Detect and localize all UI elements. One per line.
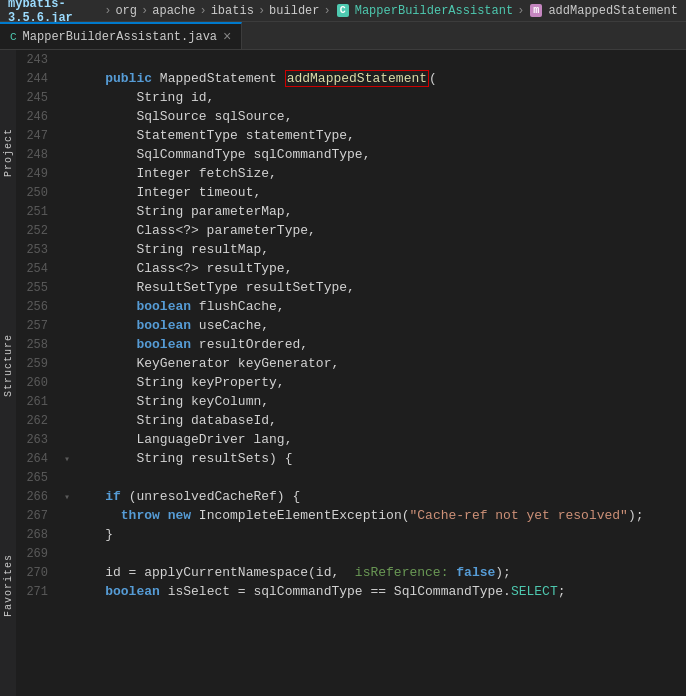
fold-indicator[interactable]: [60, 69, 74, 88]
code-line: 256 boolean flushCache,: [16, 297, 686, 316]
line-content: SqlSource sqlSource,: [74, 107, 686, 126]
fold-indicator[interactable]: [60, 563, 74, 582]
line-number: 256: [16, 297, 60, 316]
fold-indicator[interactable]: [60, 582, 74, 601]
fold-indicator[interactable]: ▾: [60, 487, 74, 506]
fold-indicator[interactable]: [60, 373, 74, 392]
file-tab[interactable]: C MapperBuilderAssistant.java ×: [0, 22, 242, 49]
breadcrumb-ibatis: ibatis: [211, 4, 254, 18]
fold-indicator[interactable]: [60, 50, 74, 69]
line-number: 247: [16, 126, 60, 145]
code-line: 251 String parameterMap,: [16, 202, 686, 221]
method-icon: m: [530, 4, 542, 17]
fold-indicator[interactable]: [60, 145, 74, 164]
code-line: 250 Integer timeout,: [16, 183, 686, 202]
code-line: 248 SqlCommandType sqlCommandType,: [16, 145, 686, 164]
line-content: ResultSetType resultSetType,: [74, 278, 686, 297]
tab-file-icon: C: [10, 31, 17, 43]
line-content: Integer fetchSize,: [74, 164, 686, 183]
fold-indicator[interactable]: [60, 107, 74, 126]
breadcrumb-method[interactable]: addMappedStatement: [548, 4, 678, 18]
line-content: StatementType statementType,: [74, 126, 686, 145]
fold-indicator[interactable]: ▾: [60, 449, 74, 468]
line-number: 269: [16, 544, 60, 563]
breadcrumb-class[interactable]: MapperBuilderAssistant: [355, 4, 513, 18]
code-line: 263 LanguageDriver lang,: [16, 430, 686, 449]
code-line: 243: [16, 50, 686, 69]
code-line: 252 Class<?> parameterType,: [16, 221, 686, 240]
line-content: }: [74, 525, 686, 544]
fold-indicator[interactable]: [60, 544, 74, 563]
code-line: 267 throw new IncompleteElementException…: [16, 506, 686, 525]
code-line: 262 String databaseId,: [16, 411, 686, 430]
jar-label: mybatis-3.5.6.jar: [8, 0, 100, 25]
code-line: 271 boolean isSelect = sqlCommandType ==…: [16, 582, 686, 601]
fold-indicator[interactable]: [60, 468, 74, 487]
fold-indicator[interactable]: [60, 126, 74, 145]
breadcrumb-builder: builder: [269, 4, 319, 18]
line-content: String resultSets) {: [74, 449, 686, 468]
line-number: 258: [16, 335, 60, 354]
line-number: 251: [16, 202, 60, 221]
line-content: [74, 544, 686, 563]
code-line: 253 String resultMap,: [16, 240, 686, 259]
code-line: 266▾ if (unresolvedCacheRef) {: [16, 487, 686, 506]
line-content: boolean flushCache,: [74, 297, 686, 316]
code-line: 246 SqlSource sqlSource,: [16, 107, 686, 126]
fold-indicator[interactable]: [60, 430, 74, 449]
code-line: 255 ResultSetType resultSetType,: [16, 278, 686, 297]
fold-indicator[interactable]: [60, 278, 74, 297]
line-number: 253: [16, 240, 60, 259]
line-content: String id,: [74, 88, 686, 107]
line-content: public MappedStatement addMappedStatemen…: [74, 69, 686, 88]
line-content: id = applyCurrentNamespace(id, isReferen…: [74, 563, 686, 582]
line-content: Integer timeout,: [74, 183, 686, 202]
code-line: 257 boolean useCache,: [16, 316, 686, 335]
line-content: boolean isSelect = sqlCommandType == Sql…: [74, 582, 686, 601]
fold-indicator[interactable]: [60, 183, 74, 202]
left-sidebar: Project Structure Favorites: [0, 50, 16, 696]
line-number: 259: [16, 354, 60, 373]
fold-indicator[interactable]: [60, 506, 74, 525]
line-number: 261: [16, 392, 60, 411]
code-line: 269: [16, 544, 686, 563]
line-number: 265: [16, 468, 60, 487]
fold-indicator[interactable]: [60, 240, 74, 259]
sep5: ›: [324, 4, 331, 18]
fold-indicator[interactable]: [60, 164, 74, 183]
project-label[interactable]: Project: [3, 128, 14, 177]
line-number: 257: [16, 316, 60, 335]
line-content: String databaseId,: [74, 411, 686, 430]
fold-indicator[interactable]: [60, 525, 74, 544]
code-line: 265: [16, 468, 686, 487]
fold-indicator[interactable]: [60, 297, 74, 316]
fold-indicator[interactable]: [60, 221, 74, 240]
sep2: ›: [141, 4, 148, 18]
tab-close-icon[interactable]: ×: [223, 30, 231, 44]
fold-indicator[interactable]: [60, 88, 74, 107]
fold-indicator[interactable]: [60, 392, 74, 411]
breadcrumb-apache: apache: [152, 4, 195, 18]
fold-indicator[interactable]: [60, 316, 74, 335]
structure-label-left[interactable]: Structure: [3, 334, 14, 397]
line-number: 266: [16, 487, 60, 506]
fold-indicator[interactable]: [60, 411, 74, 430]
code-line: 244 public MappedStatement addMappedStat…: [16, 69, 686, 88]
line-content: Class<?> parameterType,: [74, 221, 686, 240]
breadcrumb-org: org: [115, 4, 137, 18]
line-number: 254: [16, 259, 60, 278]
line-number: 244: [16, 69, 60, 88]
fold-indicator[interactable]: [60, 259, 74, 278]
line-number: 255: [16, 278, 60, 297]
line-content: LanguageDriver lang,: [74, 430, 686, 449]
line-content: String keyProperty,: [74, 373, 686, 392]
fold-indicator[interactable]: [60, 354, 74, 373]
sep3: ›: [199, 4, 206, 18]
title-bar: mybatis-3.5.6.jar › org › apache › ibati…: [0, 0, 686, 22]
fold-indicator[interactable]: [60, 202, 74, 221]
tab-bar: C MapperBuilderAssistant.java ×: [0, 22, 686, 50]
favorites-label[interactable]: Favorites: [3, 554, 14, 617]
fold-indicator[interactable]: [60, 335, 74, 354]
code-line: 245 String id,: [16, 88, 686, 107]
code-line: 249 Integer fetchSize,: [16, 164, 686, 183]
